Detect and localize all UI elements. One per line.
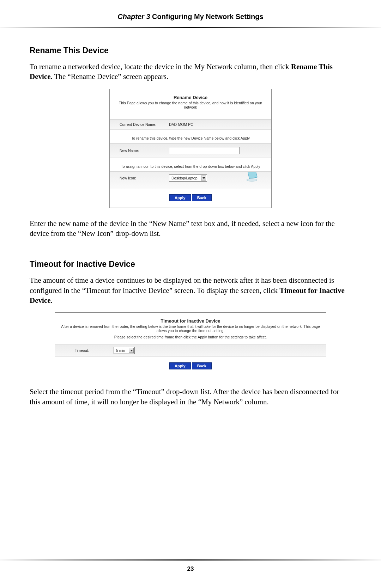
- current-name-label: Current Device Name:: [120, 122, 169, 127]
- text: To rename a networked device, locate the…: [30, 62, 291, 71]
- icon-note: To assign an icon to this device, select…: [110, 158, 271, 171]
- svg-point-0: [247, 178, 257, 181]
- back-button[interactable]: Back: [192, 362, 212, 369]
- new-icon-label: New Icon:: [120, 176, 169, 180]
- panel-subtitle: This Page allows you to change the name …: [110, 100, 271, 114]
- timeout-select[interactable]: 5 min: [114, 347, 135, 354]
- text: . The “Rename Device” screen appears.: [50, 72, 168, 81]
- panel-sub1: After a device is removed from the route…: [55, 324, 326, 334]
- rename-followup-paragraph: Enter the new name of the device in the …: [30, 219, 351, 239]
- panel-sub2: Please select the desired time frame the…: [55, 334, 326, 344]
- rename-device-panel: Rename Device This Page allows you to ch…: [109, 89, 272, 208]
- panel-title: Timeout for Inactive Device: [55, 313, 326, 324]
- laptop-icon: [246, 171, 259, 182]
- timeout-panel: Timeout for Inactive Device After a devi…: [55, 312, 326, 376]
- new-icon-select[interactable]: Desktop/Laptop: [169, 174, 207, 182]
- button-row: Apply Back: [55, 357, 326, 376]
- button-row: Apply Back: [110, 189, 271, 208]
- new-icon-row: New Icon: Desktop/Laptop: [110, 171, 271, 189]
- timeout-followup-paragraph: Select the timeout period from the “Time…: [30, 387, 351, 407]
- select-value: 5 min: [116, 348, 125, 353]
- timeout-row: Timeout: 5 min: [55, 344, 326, 357]
- apply-button[interactable]: Apply: [169, 194, 191, 201]
- page-number: 23: [0, 565, 381, 572]
- current-name-value: DAD-MOM PC: [169, 122, 193, 127]
- panel-title: Rename Device: [110, 89, 271, 100]
- current-name-row: Current Device Name: DAD-MOM PC: [110, 119, 271, 130]
- section-heading-timeout: Timeout for Inactive Device: [30, 259, 351, 269]
- rename-note: To rename this device, type the new Devi…: [110, 130, 271, 143]
- timeout-label: Timeout:: [75, 348, 114, 353]
- footer-rule: [0, 559, 381, 561]
- chapter-number: Chapter 3: [117, 13, 150, 20]
- rename-intro-paragraph: To rename a networked device, locate the…: [30, 62, 351, 82]
- apply-button[interactable]: Apply: [169, 362, 191, 369]
- new-name-row: New Name:: [110, 143, 271, 158]
- chapter-title: Configuring My Network Settings: [150, 13, 264, 20]
- back-button[interactable]: Back: [192, 194, 212, 201]
- chevron-down-icon: [201, 176, 206, 180]
- section-heading-rename: Rename This Device: [30, 46, 351, 55]
- header-rule: [0, 27, 381, 28]
- text: .: [50, 296, 52, 305]
- select-value: Desktop/Laptop: [171, 176, 198, 180]
- new-name-input[interactable]: [169, 147, 240, 154]
- timeout-intro-paragraph: The amount of time a device continues to…: [30, 275, 351, 305]
- chapter-header: Chapter 3 Configuring My Network Setting…: [0, 0, 381, 27]
- new-name-label: New Name:: [120, 148, 169, 153]
- chevron-down-icon: [129, 348, 134, 353]
